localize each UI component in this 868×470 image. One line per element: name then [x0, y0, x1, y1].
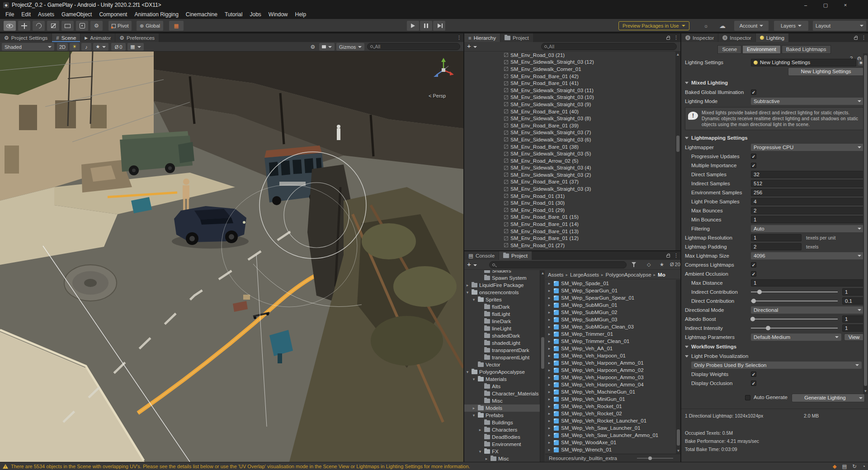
setting-slider[interactable]	[751, 291, 838, 292]
menu-animation-rigging[interactable]: Animation Rigging	[131, 10, 182, 19]
status-bar[interactable]: There are 5534 objects in the Scene with…	[0, 462, 868, 470]
setting-field[interactable]: 2	[751, 207, 864, 214]
folder-tree-item[interactable]: Misc	[464, 397, 540, 404]
setting-field[interactable]: 512	[751, 180, 864, 187]
setting-field[interactable]: 1	[751, 216, 864, 223]
folder-tree-item[interactable]: DeadBodies	[464, 433, 540, 441]
2d-toggle[interactable]: 2D	[57, 43, 68, 51]
setting-dropdown[interactable]: Progressive CPU	[751, 144, 864, 151]
kebab-menu-icon[interactable]: ⋮	[457, 35, 462, 41]
tab-hierarchy[interactable]: ≡Hierarchy	[464, 33, 500, 42]
foldout-icon[interactable]: ▸	[547, 353, 552, 358]
foldout-icon[interactable]: ▸	[547, 346, 552, 351]
layers-dropdown[interactable]: Layers	[774, 21, 808, 31]
tab-lighting[interactable]: Lighting	[756, 33, 788, 42]
scene-effects-dropdown[interactable]: ★	[93, 43, 108, 51]
folder-tree-item[interactable]: Spawn System	[464, 274, 540, 282]
light-probe-visualization-label[interactable]: Light Probe Visualization	[691, 353, 748, 359]
file-item[interactable]: ▸SM_Wep_Veh_Rocket_Launcher_01	[545, 417, 680, 424]
hierarchy-item[interactable]: SM_Env_Road_Bare_01 (15)	[464, 214, 680, 221]
foldout-icon[interactable]: ▸	[547, 440, 552, 445]
cloud-collab-button[interactable]: ☁	[714, 21, 731, 31]
hierarchy-item[interactable]: SM_Env_Road_Bare_01 (42)	[464, 73, 680, 80]
foldout-icon[interactable]: ▾	[478, 449, 482, 454]
tab-console[interactable]: ▤Console	[464, 251, 499, 260]
folder-tree-scrollbar[interactable]: ▲	[540, 270, 545, 462]
subtab-scene[interactable]: Scene	[717, 45, 741, 54]
file-item[interactable]: ▸SM_Wep_SubMGun_Clean_03	[545, 323, 680, 330]
favorites-button[interactable]: ★	[660, 262, 664, 268]
file-list-scrollbar[interactable]: ▼	[676, 280, 680, 454]
hierarchy-item[interactable]: SM_Env_Road_Bare_01 (41)	[464, 80, 680, 87]
folder-tree-item[interactable]: ▾onscreencontrols	[464, 289, 540, 296]
breadcrumb-polygonapocalypse[interactable]: PolygonApocalypse	[606, 272, 651, 277]
foldout-icon[interactable]: ▸	[547, 339, 552, 343]
slider-value-field[interactable]: 1	[842, 315, 864, 323]
hierarchy-item[interactable]: SM_Env_Road_Bare_01 (40)	[464, 108, 680, 115]
file-item[interactable]: ▸SM_Wep_Trimmer_01	[545, 330, 680, 338]
tab-project-settings[interactable]: ⚙Project Settings	[0, 33, 52, 42]
view-tool-button[interactable]	[4, 21, 16, 31]
file-item[interactable]: ▸SM_Wep_Veh_MachineGun_01	[545, 388, 680, 395]
play-button[interactable]	[407, 21, 419, 31]
setting-field[interactable]: 4	[751, 198, 864, 205]
search-by-label-button[interactable]: ◇	[647, 262, 651, 268]
file-item[interactable]: ▸SM_Wep_Veh_Saw_Launcher_Ammo_01	[545, 432, 680, 439]
global-toggle[interactable]: ⊕ Global	[137, 21, 163, 31]
setting-slider[interactable]	[751, 328, 838, 329]
setting-field[interactable]: 1	[751, 234, 802, 241]
mixed-lighting-header[interactable]: Mixed Lighting	[685, 78, 863, 88]
hierarchy-item[interactable]: SM_Env_Road_Bare_01 (39)	[464, 122, 680, 129]
file-item[interactable]: ▸SM_Wep_WoodAxe_01	[545, 439, 680, 446]
foldout-icon[interactable]: ▾	[465, 370, 470, 374]
foldout-icon[interactable]: ▸	[547, 382, 552, 387]
folder-tree-item[interactable]: Alts	[464, 383, 540, 390]
folder-tree-item[interactable]: ▸LiquidFire Package	[464, 282, 540, 289]
subtab-environment[interactable]: Environment	[742, 45, 781, 54]
folder-tree-item[interactable]: ▾Prefabs	[464, 412, 540, 419]
hierarchy-item[interactable]: SM_Env_Sidewalk_Straight_03 (9)	[464, 101, 680, 108]
slider-value-field[interactable]: 1	[842, 288, 864, 296]
folder-tree-item[interactable]: shadedDark	[464, 332, 540, 339]
hierarchy-item[interactable]: SM_Env_Sidewalk_Straight_03 (7)	[464, 129, 680, 136]
foldout-icon[interactable]: ▾	[465, 290, 470, 295]
hierarchy-item[interactable]: SM_Env_Road_03 (21)	[464, 52, 680, 59]
menu-assets[interactable]: Assets	[34, 10, 58, 19]
lock-icon[interactable]	[854, 37, 858, 40]
pivot-toggle[interactable]: Pivot	[108, 21, 132, 31]
hierarchy-item[interactable]: SM_Env_Sidewalk_Straight_03 (12)	[464, 59, 680, 66]
custom-tool-button[interactable]: ⚙	[90, 21, 103, 31]
hierarchy-item[interactable]: SM_Env_Road_01 (27)	[464, 242, 680, 249]
foldout-icon[interactable]: ▸	[547, 411, 552, 416]
foldout-icon[interactable]: ▸	[547, 281, 552, 286]
hierarchy-item[interactable]: SM_Env_Road_01 (31)	[464, 193, 680, 200]
tab-preferences[interactable]: ⚙Preferences	[115, 33, 159, 42]
search-by-type-button[interactable]	[632, 262, 636, 265]
hierarchy-scrollbar[interactable]: ▲	[675, 52, 680, 250]
scene-audio-toggle[interactable]: ♪	[81, 43, 91, 51]
slider-knob[interactable]	[648, 456, 652, 460]
folder-tree-item[interactable]: Buildings	[464, 419, 540, 426]
hierarchy-item[interactable]: SM_Env_Road_01 (30)	[464, 199, 680, 207]
file-item[interactable]: ▸SM_Wep_SubMGun_02	[545, 309, 680, 316]
progress-circle-icon[interactable]: ◔	[862, 464, 865, 469]
undo-history-button[interactable]: ☼	[700, 21, 712, 31]
kebab-menu-icon[interactable]: ⋮	[861, 35, 866, 41]
slider-value-field[interactable]: 0.1	[842, 297, 864, 305]
foldout-icon[interactable]: ▸	[547, 361, 552, 365]
foldout-icon[interactable]: ▸	[547, 404, 552, 409]
folder-tree-item[interactable]: Character_Materials	[464, 390, 540, 397]
shading-mode-dropdown[interactable]: Shaded	[2, 43, 54, 51]
foldout-icon[interactable]: ▸	[547, 332, 552, 336]
step-button[interactable]	[433, 21, 445, 31]
foldout-icon[interactable]: ▸	[547, 368, 552, 372]
add-button[interactable]: +	[467, 260, 471, 268]
scene-visibility-toggle[interactable]: Ø0	[111, 43, 126, 51]
foldout-icon[interactable]: ▾	[472, 297, 476, 302]
kebab-menu-icon[interactable]: ⋮	[674, 35, 679, 41]
hierarchy-item[interactable]: SM_Env_Road_Bare_01 (12)	[464, 235, 680, 242]
foldout-icon[interactable]: ▸	[547, 303, 552, 307]
menu-file[interactable]: File	[2, 10, 18, 19]
hierarchy-search-input[interactable]: All	[541, 43, 677, 50]
file-item[interactable]: ▸SM_Wep_SubMGun_03	[545, 316, 680, 323]
